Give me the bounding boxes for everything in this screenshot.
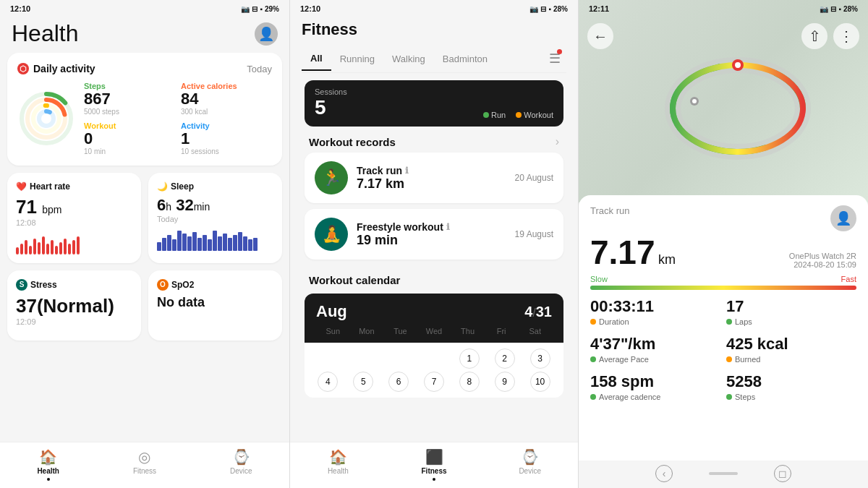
track-header-row: Track run 👤 bbox=[590, 205, 856, 231]
heart-rate-chart bbox=[16, 233, 132, 254]
stress-spo2-row: S Stress 37(Normal) 12:09 O SpO2 No data bbox=[7, 270, 282, 341]
sleep-value: 6h 32min bbox=[157, 196, 273, 215]
activity-icon: ⬡ bbox=[17, 63, 29, 74]
tabs-row: All Running Walking Badminton ☰ bbox=[302, 45, 566, 73]
back-gesture[interactable]: ‹ bbox=[655, 465, 673, 482]
health-scroll[interactable]: ⬡ Daily activity Today bbox=[0, 53, 289, 442]
daily-activity-title: ⬡ Daily activity bbox=[17, 63, 95, 74]
daily-activity-header: ⬡ Daily activity Today bbox=[17, 63, 272, 74]
track-type-label: Track run bbox=[590, 205, 629, 216]
recents-gesture[interactable]: ◻ bbox=[774, 465, 791, 482]
track-run-info: Track run ℹ 7.17 km bbox=[357, 165, 506, 192]
health-metrics-row: ❤️ Heart rate 71 bpm 12:08 🌙 Sleep bbox=[7, 173, 282, 263]
tab-badminton[interactable]: Badminton bbox=[434, 48, 496, 70]
distance-value: 7.17 bbox=[590, 234, 655, 271]
workout-stat: Workout 0 10 min bbox=[84, 121, 175, 155]
heart-rate-title: ❤️ Heart rate bbox=[16, 181, 132, 192]
status-bar-2: 12:10 📷 ⊟ ▪ 28% bbox=[290, 0, 578, 16]
tab-running[interactable]: Running bbox=[331, 48, 383, 70]
track-stat-burned: 425 kcalBurned bbox=[726, 335, 856, 364]
track-stat-average-cadence: 158 spmAverage cadence bbox=[590, 372, 720, 401]
fitness-icon-2: ⬛ bbox=[425, 448, 443, 466]
calendar-section-header: Workout calendar bbox=[297, 265, 571, 291]
spo2-value: No data bbox=[157, 295, 273, 310]
nav-bar-3: ← ⇧ ⋮ bbox=[579, 0, 868, 55]
back-button[interactable]: ← bbox=[587, 23, 613, 49]
bottom-nav-1: 🏠 Health ◎ Fitness ⌚ Device bbox=[0, 442, 289, 488]
status-icons-2: 📷 ⊟ ▪ 28% bbox=[529, 5, 568, 13]
home-gesture[interactable] bbox=[709, 472, 738, 475]
map-area: ← ⇧ ⋮ bbox=[579, 0, 868, 202]
stress-title: S Stress bbox=[16, 279, 132, 291]
sessions-chart: Sessions 5 Run Workout bbox=[305, 80, 563, 127]
spo2-card[interactable]: O SpO2 No data bbox=[148, 270, 282, 341]
pace-labels: Slow Fast bbox=[590, 275, 856, 283]
tab-more-icon[interactable]: ☰ bbox=[543, 45, 566, 72]
info-icon-1: ℹ bbox=[405, 166, 409, 176]
bottom-swipe: ‹ ◻ bbox=[579, 461, 868, 488]
phone2-fitness: 12:10 📷 ⊟ ▪ 28% Fitness All Running Walk… bbox=[289, 0, 579, 488]
chart-legend: Run Workout bbox=[483, 111, 553, 119]
sleep-title: 🌙 Sleep bbox=[157, 181, 273, 192]
avatar[interactable]: 👤 bbox=[255, 22, 278, 46]
time-1: 12:10 bbox=[10, 4, 30, 13]
workout-records-header: Workout records › bbox=[297, 127, 571, 153]
workout-dot bbox=[516, 112, 522, 118]
spo2-title: O SpO2 bbox=[157, 279, 273, 291]
fitness-header: Fitness All Running Walking Badminton ☰ bbox=[290, 16, 578, 73]
svg-point-10 bbox=[673, 65, 803, 152]
track-stat-laps: 17Laps bbox=[726, 297, 856, 326]
stress-card[interactable]: S Stress 37(Normal) 12:09 bbox=[7, 270, 141, 341]
calories-stat: Active calories 84 300 kcal bbox=[181, 82, 272, 116]
nav2-fitness[interactable]: ⬛ Fitness bbox=[386, 448, 482, 481]
pace-bar: Slow Fast bbox=[590, 275, 856, 290]
track-stats-grid: 00:33:11Duration17Laps4'37"/kmAverage Pa… bbox=[590, 297, 856, 401]
tab-walking[interactable]: Walking bbox=[383, 48, 434, 70]
status-bar-1: 12:10 📷 ⊟ ▪ 29% bbox=[0, 0, 289, 16]
activity-rings bbox=[17, 90, 75, 147]
track-overlay[interactable]: Track run 👤 7.17 km OnePlus Watch 2R 202… bbox=[579, 195, 868, 461]
device-icon: ⌚ bbox=[232, 448, 250, 466]
calendar-days-header: SunMonTueWedThuFriSat bbox=[316, 325, 552, 337]
fitness-title: Fitness bbox=[302, 20, 566, 39]
more-button[interactable]: ⋮ bbox=[833, 23, 859, 49]
nav-device[interactable]: ⌚ Device bbox=[193, 448, 289, 481]
user-avatar[interactable]: 👤 bbox=[830, 205, 856, 231]
share-button[interactable]: ⇧ bbox=[801, 23, 827, 49]
calendar-month-row: Aug 4/31 bbox=[316, 302, 552, 321]
device-icon-2: ⌚ bbox=[521, 448, 539, 466]
track-stat-duration: 00:33:11Duration bbox=[590, 297, 720, 326]
track-stat-average-pace: 4'37"/kmAverage Pace bbox=[590, 335, 720, 364]
activity-stat: Activity 1 10 sessions bbox=[181, 121, 272, 155]
heart-rate-value: 71 bpm bbox=[16, 196, 132, 218]
spo2-icon: O bbox=[157, 279, 169, 291]
nav2-device[interactable]: ⌚ Device bbox=[482, 448, 578, 481]
app-title: Health bbox=[12, 20, 79, 47]
nav2-health[interactable]: 🏠 Health bbox=[290, 448, 386, 481]
freestyle-workout-card[interactable]: 🧘 Freestyle workout ℹ 19 min 19 August bbox=[305, 209, 563, 260]
svg-point-12 bbox=[735, 62, 741, 68]
sleep-card[interactable]: 🌙 Sleep 6h 32min Today bbox=[148, 173, 282, 263]
freestyle-icon: 🧘 bbox=[315, 218, 348, 251]
heart-rate-card[interactable]: ❤️ Heart rate 71 bpm 12:08 bbox=[7, 173, 141, 263]
workout-calendar: Aug 4/31 SunMonTueWedThuFriSat 123456789… bbox=[305, 294, 563, 398]
tab-all[interactable]: All bbox=[302, 47, 331, 71]
svg-point-14 bbox=[692, 99, 697, 103]
nav-health[interactable]: 🏠 Health bbox=[0, 448, 96, 481]
run-dot bbox=[483, 112, 489, 118]
workout-records-title: Workout records bbox=[309, 136, 396, 148]
fitness-scroll[interactable]: Sessions 5 Run Workout Workout records ›… bbox=[290, 73, 578, 442]
nav-fitness[interactable]: ◎ Fitness bbox=[96, 448, 192, 481]
track-run-card[interactable]: 🏃 Track run ℹ 7.17 km 20 August bbox=[305, 153, 563, 203]
phone3-track-detail: 12:11 📷 ⊟ ▪ 28% ← ⇧ ⋮ bbox=[579, 0, 868, 488]
home-icon: 🏠 bbox=[39, 448, 57, 466]
freestyle-info: Freestyle workout ℹ 19 min bbox=[357, 221, 506, 248]
today-label: Today bbox=[247, 64, 272, 74]
notification-dot bbox=[557, 49, 562, 54]
chevron-icon[interactable]: › bbox=[556, 135, 559, 148]
stress-value: 37(Normal) bbox=[16, 295, 132, 317]
sleep-chart bbox=[157, 229, 273, 251]
pace-gradient-bar bbox=[590, 286, 856, 290]
steps-stat: Steps 867 5000 steps bbox=[84, 82, 175, 116]
info-icon-2: ℹ bbox=[446, 222, 450, 232]
